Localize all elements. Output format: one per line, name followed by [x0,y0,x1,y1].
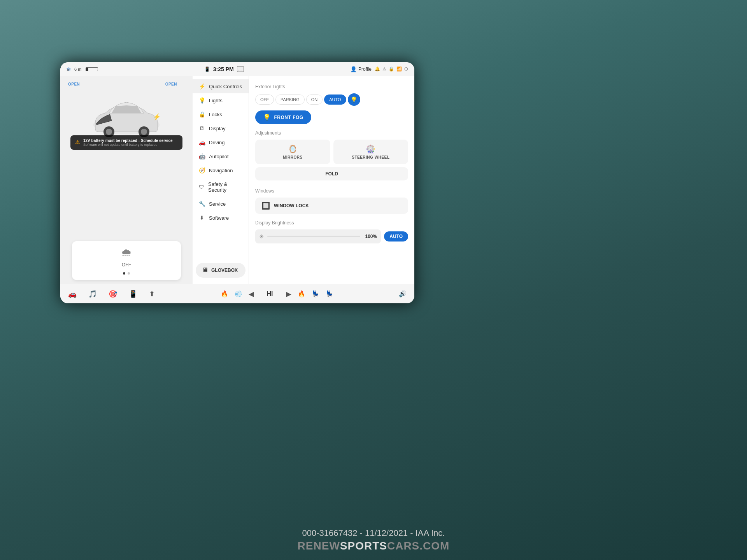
menu-item-service[interactable]: 🔧 Service [193,197,249,211]
apps-nav-icon[interactable]: 📱 [129,290,137,298]
left-heat-icon[interactable]: 🔥 [221,290,228,298]
warning-triangle-icon: ⚠ [75,139,80,145]
watermark: RENEWSPORTSCARS.COM [298,540,450,552]
front-fog-button[interactable]: 💡 FRONT FOG [255,110,311,124]
warning-subtitle: Software will not update until battery i… [83,143,173,147]
controls-panel: Exterior Lights OFF PARKING ON AUTO 💡 💡 … [249,76,414,284]
brightness-slider[interactable]: ☀ 100% [255,229,381,243]
wiper-dots [123,272,130,275]
mirrors-label: MIRRORS [283,155,303,159]
menu-item-software[interactable]: ⬇ Software [193,211,249,225]
windows-title: Windows [255,188,408,194]
lights-auto-button[interactable]: AUTO [324,94,346,105]
more-button[interactable]: ... [237,66,244,72]
seat-heat-right-icon[interactable]: 💺 [326,290,333,298]
menu-item-locks[interactable]: 🔒 Locks [193,107,249,121]
steering-wheel-button[interactable]: 🎡 STEERING WHEEL [333,140,409,164]
person-icon: 👤 [350,66,357,72]
wiper-icon: 🌧 [121,246,132,259]
main-content: OPEN OPEN [60,76,414,284]
phone-icon: 📱 [204,66,210,72]
brightness-row: ☀ 100% AUTO [255,229,408,243]
glovebox-label: GLOVEBOX [211,268,238,273]
svg-point-4 [141,129,147,135]
wiper-status: OFF [122,262,131,268]
status-bar: ❄ 6 mi 📱 3:25 PM ... 👤 Profile 🔔 ⚠ 🔒 📶 ⬡ [60,62,414,76]
fan-icon[interactable]: 💨 [235,290,242,298]
menu-item-navigation[interactable]: 🧭 Navigation [193,163,249,177]
autopilot-icon: 🤖 [199,153,205,159]
close-button[interactable]: × [63,65,73,75]
software-label: Software [209,215,229,221]
display-icon: 🖥 [199,125,205,131]
software-icon: ⬇ [199,215,205,221]
steering-wheel-label: STEERING WHEEL [352,155,389,159]
menu-item-lights[interactable]: 💡 Lights [193,93,249,107]
volume-icon[interactable]: 🔊 [399,290,407,298]
bottom-climate: 🔥 💨 ◀ HI ▶ 🔥 💺 💺 [221,290,333,298]
status-center: 📱 3:25 PM ... [204,66,244,72]
battery-mi: 6 mi [74,67,82,72]
window-lock-button[interactable]: 🔲 WINDOW LOCK [255,198,408,214]
window-lock-icon: 🔲 [261,201,270,210]
exterior-lights-title: Exterior Lights [255,84,408,89]
bottom-right: 🔊 [399,290,407,298]
seat-heat-icon[interactable]: 💺 [312,290,319,298]
battery-fill [86,68,88,71]
right-heat-icon[interactable]: 🔥 [298,290,305,298]
fold-button[interactable]: FOLD [255,167,408,180]
safety-icon: 🛡 [199,184,204,190]
bell-icon: 🔔 [375,66,380,72]
brightness-track [267,236,360,237]
profile-button[interactable]: 👤 Profile [350,66,372,72]
wiper-control-box[interactable]: 🌧 OFF [72,241,181,280]
exterior-lights-row: OFF PARKING ON AUTO 💡 [255,93,408,106]
svg-point-2 [106,129,112,135]
menu-item-safety[interactable]: 🛡 Safety & Security [193,177,249,197]
dot-1 [123,272,125,275]
driving-icon: 🚗 [199,139,205,145]
service-icon: 🔧 [199,201,205,207]
driving-label: Driving [209,140,224,145]
status-icons: 🔔 ⚠ 🔒 📶 ⬡ [375,66,408,72]
mirrors-icon: 🪞 [288,144,298,154]
autopilot-label: Autopilot [209,154,229,159]
mirrors-button[interactable]: 🪞 MIRRORS [255,140,330,164]
svg-text:⚡: ⚡ [153,113,161,121]
front-fog-icon: 💡 [263,114,271,121]
glovebox-button[interactable]: 🖥 GLOVEBOX [196,263,245,278]
music-nav-icon[interactable]: 🎵 [88,290,97,298]
quick-controls-label: Quick Controls [209,84,242,89]
dealer-info: 000-31667432 - 11/12/2021 - IAA Inc. [302,528,445,538]
car-panel: OPEN OPEN [60,76,193,284]
front-left-status: OPEN [68,82,80,86]
temp-display: HI [260,290,280,298]
brightness-auto-button[interactable]: AUTO [384,231,408,242]
tesla-screen: × ❄ 6 mi 📱 3:25 PM ... 👤 Profile 🔔 ⚠ 🔒 [60,62,414,303]
display-label: Display [209,126,226,131]
menu-item-display[interactable]: 🖥 Display [193,121,249,135]
watermark-cars: CARS.COM [387,540,449,552]
menu-item-autopilot[interactable]: 🤖 Autopilot [193,149,249,163]
map-nav-icon[interactable]: 🎯 [109,290,117,298]
menu-panel: ⚡ Quick Controls 💡 Lights 🔒 Locks 🖥 Disp… [193,76,249,284]
right-arrow-icon[interactable]: ▶ [286,290,291,298]
service-label: Service [209,201,226,207]
navigation-label: Navigation [209,168,233,173]
lights-parking-button[interactable]: PARKING [275,94,305,105]
signal-icon: 📶 [396,66,402,72]
menu-item-quick-controls[interactable]: ⚡ Quick Controls [193,79,249,93]
lights-off-button[interactable]: OFF [255,94,274,105]
lights-on-button[interactable]: ON [306,94,323,105]
left-arrow-icon[interactable]: ◀ [249,290,254,298]
lights-active-indicator: 💡 [348,93,360,106]
car-nav-icon[interactable]: 🚗 [68,290,77,298]
battery-indicator [86,67,98,71]
status-right: 👤 Profile 🔔 ⚠ 🔒 📶 ⬡ [350,66,408,72]
menu-item-driving[interactable]: 🚗 Driving [193,135,249,149]
watermark-renew: RENEW [298,540,340,552]
bluetooth-icon: ⬡ [404,66,408,72]
profile-label: Profile [358,66,372,72]
expand-nav-icon[interactable]: ⬆ [149,290,155,298]
display-brightness-title: Display Brightness [255,220,408,226]
